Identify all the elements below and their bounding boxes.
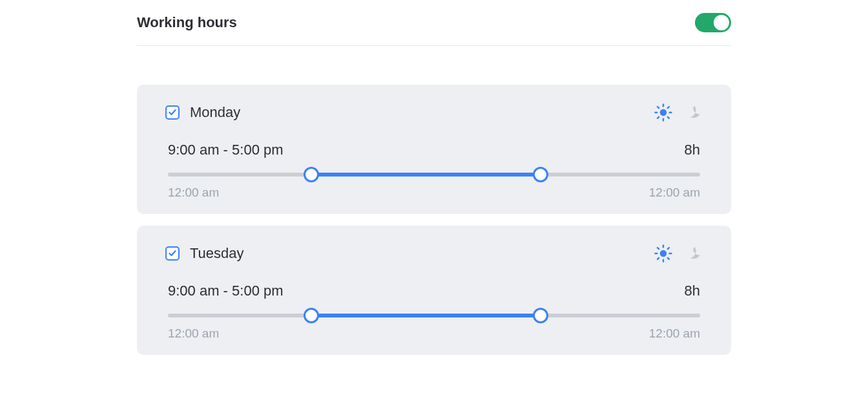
moon-icon[interactable] — [685, 244, 703, 263]
day-name: Tuesday — [190, 245, 244, 262]
time-range: 9:00 am - 5:00 pm — [168, 142, 284, 158]
svg-line-16 — [657, 258, 659, 259]
svg-line-14 — [657, 248, 659, 249]
day-header: Tuesday — [165, 244, 703, 263]
slider-start-label: 12:00 am — [168, 327, 219, 341]
day-header: Monday — [165, 103, 703, 122]
svg-line-8 — [668, 107, 669, 108]
day-card: Monday — [137, 85, 731, 214]
day-card: Tuesday — [137, 226, 731, 355]
time-slider[interactable] — [168, 314, 700, 317]
duration: 8h — [685, 283, 700, 299]
slider-fill — [311, 314, 540, 317]
svg-line-7 — [657, 117, 659, 118]
slider-end-handle[interactable] — [533, 167, 548, 182]
svg-point-0 — [660, 109, 667, 116]
time-range: 9:00 am - 5:00 pm — [168, 283, 284, 299]
slider-start-label: 12:00 am — [168, 186, 219, 200]
svg-line-15 — [668, 258, 669, 259]
slider-end-handle[interactable] — [533, 308, 548, 323]
svg-line-6 — [668, 117, 669, 118]
day-enable-checkbox[interactable] — [165, 246, 180, 261]
sun-icon[interactable] — [654, 244, 673, 263]
time-slider[interactable] — [168, 173, 700, 177]
moon-icon[interactable] — [685, 103, 703, 122]
working-hours-toggle[interactable] — [695, 13, 731, 32]
day-enable-checkbox[interactable] — [165, 105, 180, 120]
svg-point-9 — [660, 250, 667, 257]
slider-end-label: 12:00 am — [649, 186, 700, 200]
section-title: Working hours — [137, 14, 237, 31]
days-list: Monday — [137, 85, 731, 355]
day-name: Monday — [190, 104, 240, 121]
slider-start-handle[interactable] — [304, 167, 319, 182]
svg-line-5 — [657, 107, 659, 108]
duration: 8h — [685, 142, 700, 158]
toggle-knob — [714, 15, 729, 30]
slider-end-label: 12:00 am — [649, 327, 700, 341]
sun-icon[interactable] — [654, 103, 673, 122]
slider-start-handle[interactable] — [304, 308, 319, 323]
svg-line-17 — [668, 248, 669, 249]
slider-fill — [311, 173, 540, 177]
working-hours-header: Working hours — [137, 13, 731, 46]
